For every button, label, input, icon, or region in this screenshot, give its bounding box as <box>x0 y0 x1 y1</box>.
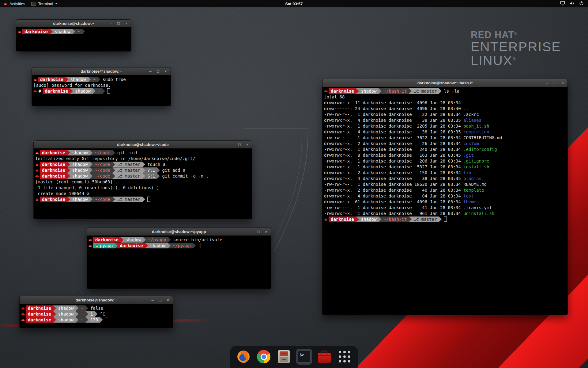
powerline-separator <box>409 217 412 222</box>
clock[interactable]: Sat 03:57 <box>285 2 303 6</box>
window-titlebar[interactable]: darknoise@shadow:~ – □ × <box>20 296 173 304</box>
app-menu[interactable]: Terminal ▼ <box>28 0 60 7</box>
redhat-icon <box>21 305 25 311</box>
window-title: darknoise@shadow:~ <box>81 69 122 74</box>
output-text: -rw-rw-r--. 1 darknoise darknoise 41 Jan… <box>323 205 463 210</box>
terminal-content[interactable]: darknoiseshadow~/bash-it⎇ masterls -lato… <box>322 87 567 315</box>
output-text: drwxrwxr-x. 2 darknoise darknoise 150 Ja… <box>323 170 463 175</box>
activities-button[interactable]: Activities <box>0 0 28 7</box>
terminal-line: pyappdarknoiseshadow~/pyapp <box>88 243 270 248</box>
terminal-line: drwxrwxr-x. 2 darknoise darknoise 150 Ja… <box>323 170 567 175</box>
prompt-segment-host: shadow <box>359 88 379 94</box>
files-icon[interactable] <box>276 349 292 365</box>
file-name: CONTRIBUTING.md <box>463 135 502 140</box>
window-titlebar[interactable]: darknoise@shadow:~/pyapp – □ × <box>87 228 271 236</box>
output-text: total 68 <box>323 94 345 99</box>
prompt-segment-host: shadow <box>123 237 143 243</box>
volume-icon[interactable] <box>570 1 575 6</box>
top-bar: Activities Terminal ▼ Sat 03:57 <box>0 0 588 7</box>
maximize-button[interactable]: □ <box>553 81 557 85</box>
minimize-button[interactable]: – <box>249 229 253 234</box>
terminal-line: -rwxrwxr-x. 1 darknoise darknoise 2205 J… <box>323 123 567 129</box>
output-text: -rwxrwxr-x. 2 darknoise darknoise 40 Jan… <box>323 188 463 193</box>
prompt-segment-user: darknoise <box>26 317 53 323</box>
file-name: . <box>463 100 466 105</box>
prompt-segment-host: shadow <box>70 150 90 155</box>
display-icon[interactable] <box>560 1 565 6</box>
minimize-button[interactable]: – <box>545 81 549 85</box>
prompt-segment-path: ~/pyapp <box>146 237 168 243</box>
firefox-icon[interactable] <box>236 349 251 365</box>
prompt-segment-path: ~ <box>96 88 102 94</box>
terminal-line: darknoiseshadow~/bash-it⎇ masterls -la <box>323 88 567 94</box>
prompt-segment-host: shadow <box>56 317 76 323</box>
close-button[interactable]: × <box>164 69 168 74</box>
minimize-button[interactable]: – <box>230 142 234 147</box>
toolbox-icon[interactable] <box>316 349 332 365</box>
terminal-line: drwxrwxr-x. 4 darknoise darknoise 84 Jan… <box>323 193 567 199</box>
command-text: git commit -a -m . <box>162 174 209 178</box>
output-text: -rw-rw-r--. 1 darknoise darknoise 18630 … <box>323 182 463 187</box>
close-button[interactable]: × <box>264 229 268 234</box>
maximize-button[interactable]: □ <box>256 229 261 234</box>
file-name: install.sh <box>463 164 489 169</box>
terminal-line: -rwxrwxr-x. 2 darknoise darknoise 40 Jan… <box>323 187 567 193</box>
terminal-icon[interactable]: $> <box>296 349 312 365</box>
prompt-segment-host: shadow <box>70 162 90 167</box>
terminal-window: darknoise@shadow:~ – □ × darknoiseshadow… <box>32 67 171 106</box>
output-text: -rw-rw-r--. 1 darknoise darknoise 22 Jan… <box>323 112 463 117</box>
power-icon[interactable] <box>579 1 584 6</box>
minimize-button[interactable]: – <box>150 298 155 302</box>
maximize-button[interactable]: □ <box>158 298 162 302</box>
terminal-content[interactable]: darknoiseshadow~/codegit initInitialized… <box>34 148 252 219</box>
terminal-content[interactable]: darknoiseshadow~/pyappsource bin/activat… <box>87 236 271 289</box>
redhat-icon <box>17 29 22 34</box>
terminal-line: darknoiseshadow~ <box>17 29 130 34</box>
terminal-window: darknoise@shadow:~/code – □ × darknoises… <box>34 141 252 219</box>
maximize-button[interactable]: □ <box>237 142 242 147</box>
output-text: -rwxrwxr-x. 1 darknoise darknoise 961 Ja… <box>323 211 463 216</box>
chrome-icon[interactable] <box>256 349 272 365</box>
file-name: bash_it.sh <box>463 124 489 128</box>
prompt-segment-stat: S:1 <box>145 173 157 179</box>
output-text: 1 file changed, 0 insertions(+), 0 delet… <box>35 185 159 190</box>
close-button[interactable]: × <box>245 142 249 147</box>
redhat-icon <box>35 197 40 202</box>
prompt-segment-host: shadow <box>73 88 93 94</box>
window-titlebar[interactable]: darknoise@shadow:~/bash-it – □ × <box>322 79 567 87</box>
window-title: darknoise@shadow:~ <box>76 298 117 302</box>
terminal-line: -rw-rw-r--. 1 darknoise darknoise 18630 … <box>323 181 567 187</box>
close-button[interactable]: × <box>124 21 128 26</box>
prompt-segment-user: darknoise <box>40 167 67 173</box>
terminal-content[interactable]: darknoiseshadow~sudo true[sudo] password… <box>32 75 171 106</box>
close-button[interactable]: × <box>560 81 565 85</box>
window-titlebar[interactable]: darknoise@shadow:~ – □ × <box>16 20 131 28</box>
output-text: [master (root-commit) 50bcb63] . <box>35 179 118 184</box>
powerline-separator <box>112 197 115 202</box>
minimize-button[interactable]: – <box>109 21 113 26</box>
app-grid-icon[interactable] <box>337 349 352 365</box>
powerline-separator <box>142 162 145 167</box>
output-text: drwx------. 24 darknoise darknoise 4096 … <box>323 106 463 111</box>
maximize-button[interactable]: □ <box>116 21 121 26</box>
window-titlebar[interactable]: darknoise@shadow:~ – □ × <box>32 67 171 75</box>
maximize-button[interactable]: □ <box>156 69 160 74</box>
redhat-icon <box>33 77 38 82</box>
window-titlebar[interactable]: darknoise@shadow:~/code – □ × <box>34 141 252 149</box>
terminal-content[interactable]: darknoiseshadow~ <box>16 27 131 51</box>
powerline-separator <box>76 305 78 311</box>
powerline-separator <box>168 237 171 243</box>
output-text: drwxrwxr-x. 8 darknoise darknoise 163 Ja… <box>323 153 463 158</box>
prompt-segment-path: ~/bash-it <box>381 88 409 94</box>
terminal-content[interactable]: darknoiseshadow~falsedarknoiseshadow~1^C… <box>20 304 173 328</box>
minimize-button[interactable]: – <box>148 69 153 74</box>
terminal-line: drwx------. 24 darknoise darknoise 4096 … <box>323 105 567 111</box>
command-text: git add a <box>162 168 185 173</box>
terminal-line: create mode 100644 a <box>35 190 251 196</box>
powerline-separator <box>90 173 92 179</box>
terminal-icon-glyph: $> <box>300 352 304 357</box>
close-button[interactable]: × <box>166 298 170 302</box>
terminal-line: drwxrwxr-x. 4 darknoise darknoise 38 Jan… <box>323 129 567 135</box>
prompt-segment-path: ~ <box>91 77 97 82</box>
file-name: .ackrc <box>463 112 479 117</box>
